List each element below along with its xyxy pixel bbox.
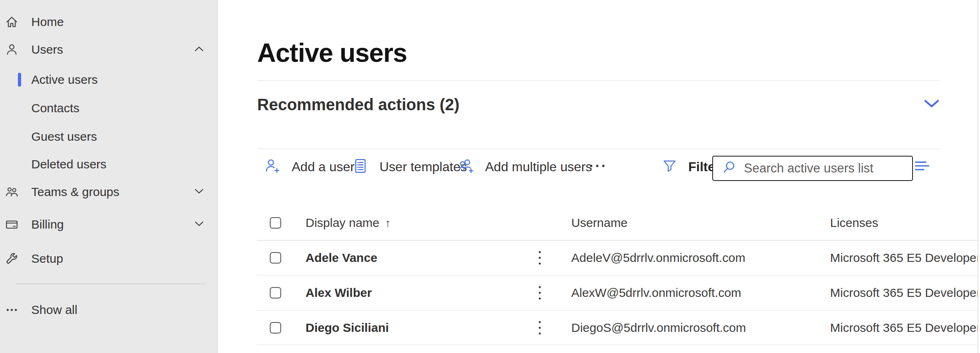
sidebar-item-contacts[interactable]: Contacts	[0, 97, 218, 120]
sidebar: Home Users Active users Contacts Guest u…	[0, 0, 218, 353]
admin-center-page: Home Users Active users Contacts Guest u…	[0, 0, 980, 353]
sidebar-item-label: Setup	[31, 252, 63, 266]
chevron-down-icon[interactable]	[193, 187, 205, 196]
user-templates-label: User templates	[379, 159, 467, 174]
username-cell: AdeleV@5drrlv.onmicrosoft.com	[571, 251, 745, 265]
wrench-icon	[5, 251, 20, 266]
sidebar-item-billing[interactable]: Billing	[0, 213, 218, 236]
add-user-icon	[264, 157, 281, 176]
sort-ascending-arrow: ↑	[385, 217, 391, 229]
display-name-cell[interactable]: Adele Vance	[306, 251, 377, 265]
sidebar-item-label: Active users	[31, 73, 98, 87]
table-header-row: Display name↑ Username Licenses	[257, 205, 978, 241]
credit-card-icon	[5, 217, 20, 232]
row-more-actions-icon[interactable]	[539, 251, 541, 265]
sidebar-item-setup[interactable]: Setup	[0, 247, 218, 270]
chevron-down-icon[interactable]	[924, 99, 939, 110]
filter-button[interactable]: Filter	[661, 156, 720, 177]
column-header-licenses[interactable]: Licenses	[830, 216, 878, 230]
add-multiple-users-button[interactable]: Add multiple users	[457, 156, 592, 177]
username-cell: DiegoS@5drrlv.onmicrosoft.com	[571, 321, 746, 335]
add-multiple-users-label: Add multiple users	[485, 159, 592, 174]
user-icon	[5, 42, 20, 57]
sidebar-item-home[interactable]: Home	[0, 11, 218, 33]
sidebar-item-label: Home	[31, 15, 64, 29]
row-checkbox[interactable]	[270, 287, 281, 299]
recommended-actions-header[interactable]: Recommended actions (2)	[257, 91, 939, 118]
row-checkbox[interactable]	[270, 252, 281, 264]
page-title: Active users	[257, 38, 407, 68]
licenses-cell: Microsoft 365 E5 Developer (withou	[830, 286, 980, 300]
sidebar-item-label: Users	[31, 43, 63, 57]
add-user-label: Add a user	[292, 159, 355, 174]
licenses-cell: Microsoft 365 E5 Developer (withou	[830, 251, 980, 265]
column-header-username[interactable]: Username	[571, 216, 627, 230]
sidebar-item-active-users[interactable]: Active users	[0, 68, 218, 91]
sidebar-item-label: Guest users	[31, 130, 97, 144]
sidebar-item-label: Contacts	[31, 101, 79, 115]
select-all-checkbox[interactable]	[270, 217, 281, 229]
sidebar-item-label: Teams & groups	[31, 185, 119, 199]
table-row[interactable]: Diego Siciliani DiegoS@5drrlv.onmicrosof…	[257, 311, 978, 345]
sidebar-divider	[15, 283, 205, 284]
add-user-button[interactable]: Add a user	[264, 156, 355, 177]
sidebar-item-label: Deleted users	[31, 157, 106, 171]
chevron-down-icon[interactable]	[193, 220, 205, 229]
sidebar-item-show-all[interactable]: Show all	[0, 299, 218, 321]
sidebar-item-guest-users[interactable]: Guest users	[0, 125, 218, 148]
row-checkbox[interactable]	[270, 322, 281, 333]
scrollbar-track-line[interactable]	[978, 0, 978, 353]
search-box	[712, 156, 913, 181]
sort-lines-icon[interactable]	[915, 161, 931, 174]
search-icon	[722, 160, 737, 176]
people-icon	[5, 185, 20, 199]
table-row[interactable]: Adele Vance AdeleV@5drrlv.onmicrosoft.co…	[257, 241, 978, 276]
column-header-display-name[interactable]: Display name↑	[306, 216, 391, 230]
content-divider	[257, 148, 939, 149]
sidebar-item-deleted-users[interactable]: Deleted users	[0, 153, 218, 176]
ellipsis-icon	[5, 303, 20, 317]
table-row[interactable]: Alex Wilber AlexW@5drrlv.onmicrosoft.com…	[257, 276, 978, 311]
username-cell: AlexW@5drrlv.onmicrosoft.com	[571, 286, 741, 300]
right-edge-cover	[978, 0, 980, 353]
filter-icon	[661, 158, 678, 176]
row-more-actions-icon[interactable]	[539, 321, 541, 334]
sidebar-item-users[interactable]: Users	[0, 38, 218, 61]
user-templates-icon	[352, 157, 369, 176]
search-input[interactable]	[743, 161, 912, 176]
home-icon	[5, 15, 20, 29]
display-name-cell[interactable]: Diego Siciliani	[306, 321, 389, 335]
more-actions-button[interactable]	[588, 156, 606, 177]
sidebar-item-label: Billing	[31, 218, 64, 231]
user-templates-button[interactable]: User templates	[352, 156, 467, 177]
chevron-up-icon[interactable]	[193, 45, 205, 54]
recommended-actions-label: Recommended actions (2)	[257, 96, 460, 114]
more-ellipsis-icon	[588, 163, 606, 170]
sidebar-item-teams-groups[interactable]: Teams & groups	[0, 181, 218, 203]
display-name-cell[interactable]: Alex Wilber	[306, 286, 372, 300]
add-multiple-users-icon	[457, 157, 475, 176]
content-divider	[257, 80, 939, 81]
row-more-actions-icon[interactable]	[539, 286, 541, 300]
licenses-cell: Microsoft 365 E5 Developer (withou	[830, 321, 980, 335]
sidebar-item-label: Show all	[31, 303, 77, 317]
